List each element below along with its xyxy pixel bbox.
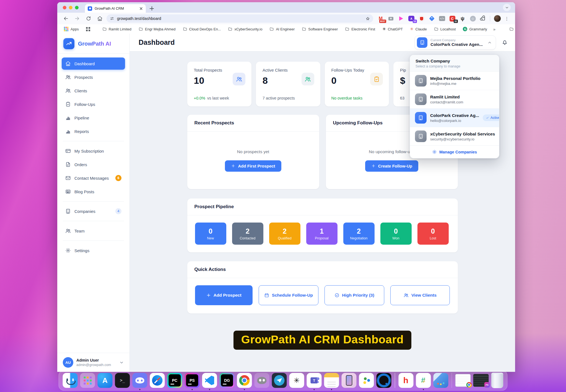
new-tab-button[interactable] <box>150 6 154 11</box>
dock-datagrip-icon[interactable]: DG <box>220 373 235 388</box>
mail-extension-icon[interactable]: M8037 <box>377 15 384 22</box>
high-priority-button[interactable]: High Priority (3) <box>324 285 384 305</box>
brand: GrowPath AI <box>57 34 129 54</box>
dock-iphone-mirroring-icon[interactable] <box>342 373 357 388</box>
colorzilla-extension-icon[interactable]: C32 <box>449 15 456 22</box>
bookmark-grid-shortcut[interactable] <box>84 26 92 32</box>
dock-trash-icon[interactable] <box>491 373 503 388</box>
folder-icon <box>183 27 187 31</box>
view-clients-button[interactable]: View Clients <box>390 285 450 305</box>
code-extension-icon[interactable]: </> <box>439 15 445 22</box>
back-button[interactable] <box>61 14 71 23</box>
bookmark-folder[interactable]: xCyberSecurity.io <box>226 26 264 32</box>
dock-finder-icon[interactable] <box>63 373 78 388</box>
add-prospect-button[interactable]: Add Prospect <box>195 285 253 305</box>
minimized-window-code[interactable]: PS <box>473 374 489 387</box>
dock-chrome-icon[interactable] <box>237 373 252 388</box>
bookmarks-overflow-button[interactable]: » <box>492 27 497 32</box>
tag-extension-icon[interactable] <box>429 15 435 22</box>
profile-avatar[interactable] <box>494 15 501 22</box>
dock-terminal-icon[interactable]: >_ <box>115 373 130 388</box>
bookmark-folder[interactable]: Electronic First <box>343 26 377 32</box>
sidebar-item-subscription[interactable]: My Subscription <box>62 145 125 157</box>
dock-h-app-icon[interactable]: h <box>398 373 413 388</box>
sidebar-item-settings[interactable]: Settings <box>62 244 125 257</box>
dock-vscode-icon[interactable] <box>202 373 217 388</box>
education-extension-icon[interactable]: ∧10 <box>408 15 415 22</box>
dock-discord-icon[interactable] <box>133 373 147 388</box>
tab-close-icon[interactable] <box>139 7 143 11</box>
bookmark-folder[interactable]: AI Engineer <box>267 26 297 32</box>
sidebar-item-companies[interactable]: Companies4 <box>62 205 125 217</box>
dock-gimp-icon[interactable] <box>255 373 269 388</box>
sidebar-item-dashboard[interactable]: Dashboard <box>62 58 125 70</box>
dock-safari-icon[interactable] <box>150 373 165 388</box>
company-option-ramlit[interactable]: Ramlit Limitedcontact@ramlit.com <box>410 90 499 109</box>
company-option-mejba[interactable]: Mejba Personal Portfolioinfo@mejba.me <box>410 72 499 90</box>
bookmark-folder[interactable]: Ramlit Limited <box>100 26 134 32</box>
sidebar-item-team[interactable]: Team <box>62 225 125 237</box>
sidebar-user-menu[interactable]: AU Admin User admin@growpath.com <box>57 353 129 372</box>
sidebar-item-followups[interactable]: Follow-Ups <box>62 98 125 110</box>
bookmark-grammarly[interactable]: GGrammarly <box>461 26 489 32</box>
dock-chatgpt-icon[interactable]: ✳ <box>289 373 304 388</box>
dock-pycharm-icon[interactable]: PC <box>167 373 182 388</box>
sidebar-item-pipeline[interactable]: Pipeline <box>62 112 125 124</box>
video-caption-banner: GrowPath AI CRM Dashboard <box>233 331 411 350</box>
dock-blue-utility-icon[interactable] <box>433 373 448 388</box>
dock-passwords-icon[interactable] <box>359 373 374 388</box>
sidebar-item-contact-messages[interactable]: Contact Messages6 <box>62 172 125 184</box>
sidebar-item-reports[interactable]: Reports <box>62 125 125 137</box>
home-button[interactable] <box>95 14 105 23</box>
site-settings-icon[interactable] <box>110 16 114 21</box>
close-window-button[interactable] <box>63 6 66 9</box>
dock-phpstorm-icon[interactable]: PS <box>185 373 200 388</box>
bookmark-folder[interactable]: Engr Mejba Ahmed <box>136 26 178 32</box>
minimized-window-spreadsheet[interactable] <box>455 374 471 387</box>
bookmark-folder[interactable]: Localhost <box>432 26 458 32</box>
create-followup-button[interactable]: Create Follow-Up <box>365 160 418 172</box>
company-option-colorpark[interactable]: ColorPark Creative Ag...hello@colorpark.… <box>410 109 499 127</box>
company-selector[interactable]: Current Company ColorPark Creative Agen.… <box>414 35 496 50</box>
address-bar[interactable]: growpath.test/dashboard <box>107 14 373 23</box>
adblock-extension-icon[interactable] <box>418 15 425 22</box>
camera-extension-icon[interactable] <box>388 15 394 22</box>
dock-slack-icon[interactable] <box>416 373 431 388</box>
bookmark-star-icon[interactable] <box>364 15 372 22</box>
dock-launchpad-icon[interactable] <box>80 373 95 388</box>
company-option-xcybersecurity[interactable]: xCyberSecurity Global Servicessecurity@x… <box>410 127 499 145</box>
bookmark-folder[interactable]: Cloud DevOps En... <box>181 26 223 32</box>
sidebar-item-clients[interactable]: Clients <box>62 85 125 97</box>
minimize-window-button[interactable] <box>69 6 72 9</box>
extensions-puzzle-icon[interactable] <box>480 15 486 22</box>
dock-app-store-icon[interactable]: A <box>98 373 113 388</box>
reload-button[interactable] <box>84 14 93 23</box>
sidebar-item-prospects[interactable]: Prospects <box>62 71 125 83</box>
sidebar-item-orders[interactable]: Orders <box>62 158 125 171</box>
chevron-down-icon[interactable] <box>119 360 124 365</box>
notifications-bell-button[interactable] <box>502 39 508 46</box>
bookmark-folder[interactable]: Software Engineer <box>300 26 340 32</box>
sidebar-nav: Dashboard Prospects Clients Follow-Ups P… <box>57 54 129 258</box>
browser-menu-icon[interactable]: ⋮ <box>505 16 509 21</box>
bookmark-apps[interactable]: Apps <box>62 26 81 32</box>
manage-companies-button[interactable]: Manage Companies <box>410 145 499 158</box>
pink-play-extension-icon[interactable] <box>398 15 404 22</box>
bookmark-chatgpt[interactable]: ✳ChatGPT <box>380 26 405 32</box>
add-first-prospect-button[interactable]: Add First Prospect <box>225 160 281 172</box>
browser-tab[interactable]: GrowPath AI CRM <box>85 4 146 13</box>
dock-notes-icon[interactable] <box>324 373 339 388</box>
forward-button[interactable] <box>72 14 82 23</box>
dock-telegram-icon[interactable] <box>272 373 287 388</box>
zoom-window-button[interactable] <box>75 6 79 9</box>
dock-teams-icon[interactable]: T <box>307 373 322 388</box>
contact-messages-badge: 6 <box>115 175 121 181</box>
bookmark-claude[interactable]: ✳Claude <box>408 26 429 32</box>
codepen-extension-icon[interactable]: ◇ <box>469 15 476 22</box>
schedule-followup-button[interactable]: Schedule Follow-Up <box>259 285 318 305</box>
dock-quicktime-icon[interactable] <box>377 373 391 388</box>
tab-search-chevron-button[interactable] <box>503 4 511 11</box>
sidebar-item-blog-posts[interactable]: Blog Posts <box>62 185 125 198</box>
all-bookmarks-button[interactable]: All Bookmarks <box>507 26 515 32</box>
whisk-extension-icon[interactable]: ψ <box>459 15 466 22</box>
